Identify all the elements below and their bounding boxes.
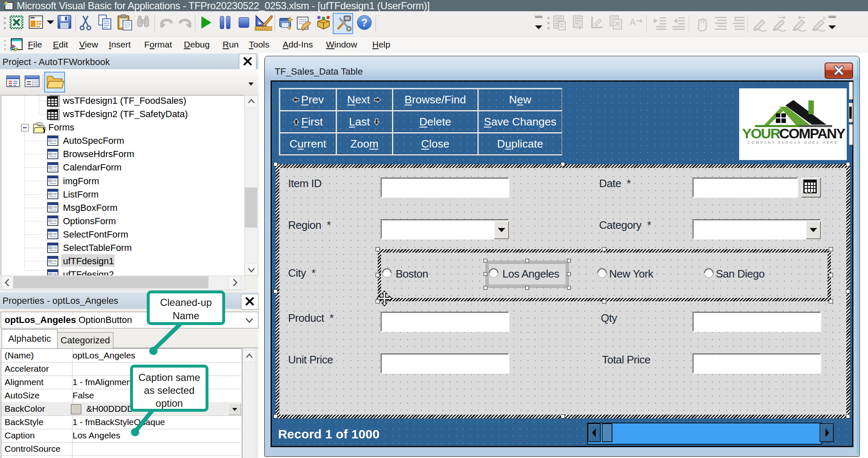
svg-text:A: A [630,17,636,27]
svg-text:?: ? [361,17,367,28]
svg-text:YOUR: YOUR [742,125,780,141]
svg-text:COMPANY SLOGAN GOES HERE: COMPANY SLOGAN GOES HERE [748,140,838,145]
svg-text:COMPANY: COMPANY [779,125,846,141]
